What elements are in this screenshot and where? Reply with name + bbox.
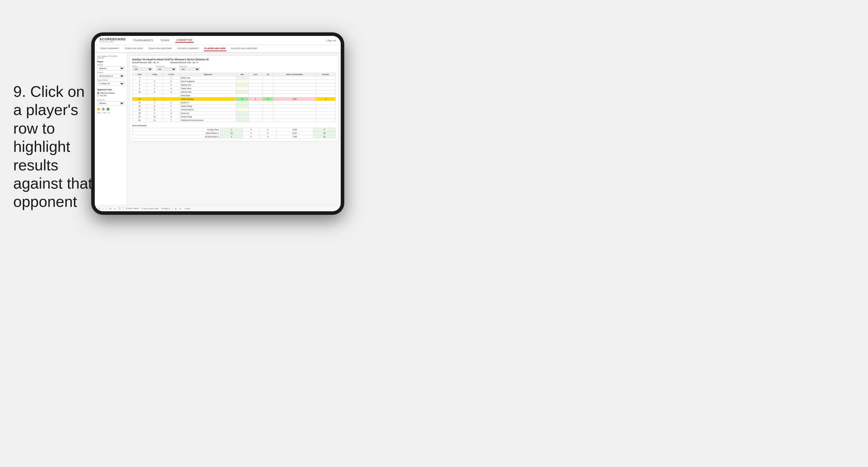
grid-records: Overall Record: 353 - 34 - 6 Division Re… [132, 62, 336, 64]
cell-rounds [316, 101, 336, 104]
zoom-out-btn[interactable]: ⊟ [179, 207, 182, 210]
cell-win [236, 83, 248, 87]
opponent-select[interactable]: (All) [179, 67, 200, 71]
grid-btn[interactable]: ⊞ [109, 207, 112, 210]
cell-diff [273, 83, 316, 87]
cell-loss [248, 112, 262, 115]
cell-conf [162, 97, 180, 101]
out-cell-win: 5 [220, 135, 243, 138]
watch-btn[interactable]: 👁 Watch ▾ [161, 207, 170, 210]
out-cell-rounds: 2 [313, 128, 335, 131]
sub-nav-team-h2h-grid[interactable]: TEAM H2H GRID [124, 46, 144, 51]
cell-loss [248, 94, 262, 97]
cell-opponent: Jessica Mason [180, 108, 236, 112]
nav-committee[interactable]: COMMITTEE [175, 38, 194, 43]
sub-nav-team-summary[interactable]: TEAM SUMMARY [99, 46, 120, 51]
table-row[interactable]: 15 8 5 Stella Chang [132, 104, 336, 108]
up-dot [106, 108, 110, 111]
cell-win [236, 104, 248, 108]
table-row[interactable]: 3 1 Esther Lee [132, 76, 336, 80]
share-btn[interactable]: ↗ Share [183, 207, 191, 210]
radio-label-2: Top 100 [100, 95, 106, 96]
cell-div: 20 [132, 119, 147, 122]
cell-opponent: Andrea York [180, 90, 236, 94]
cell-win: 0 [236, 97, 248, 101]
player-rank-label: Player (Rank) [97, 79, 124, 81]
logo-sub: Powered by clippd [99, 41, 126, 43]
sign-out[interactable]: | Sign out [326, 39, 336, 42]
cell-loss [248, 80, 262, 83]
cell-reg: 1 [147, 97, 163, 101]
cell-div: 19 [132, 115, 147, 119]
zoom-in-btn[interactable]: ⊞ [175, 207, 177, 210]
table-row[interactable]: 16 9 1 Jessica Mason [132, 108, 336, 112]
table-row[interactable]: 5 2 2 Alexis Sudjianto [132, 80, 336, 83]
colour-dots [97, 108, 124, 111]
out-cell-diff: 9.267 [276, 131, 313, 135]
clock-btn[interactable]: ⌚ [118, 207, 121, 210]
save-custom-btn[interactable]: ☑ Save Custom View [141, 207, 159, 210]
cell-conf: 1 [162, 108, 180, 112]
player-rank-select[interactable]: 8. Katelyn Vo [97, 82, 124, 86]
grid-container: Katelyn Vo Head-to-Head Grid for Women's… [129, 55, 338, 141]
undo-btn[interactable]: ↺ [98, 207, 100, 210]
radio-dot-2 [97, 94, 99, 96]
radio-label-1: Opponents Played [100, 92, 115, 94]
conference-select[interactable]: (All) [156, 67, 176, 71]
table-row[interactable]: 14 7 4 Eunice Yi [132, 101, 336, 104]
cell-tie [262, 104, 273, 108]
player-section-title: Player [97, 61, 124, 63]
division-select[interactable]: NCAA Division III [97, 74, 124, 78]
out-cell-diff: 7.400 [276, 135, 313, 138]
table-row[interactable]: 9 1 4 Sharon Mun [132, 87, 336, 90]
cell-diff [273, 101, 316, 104]
cell-win [236, 87, 248, 90]
out-cell-loss: 0 [243, 131, 259, 135]
cell-diff [273, 104, 316, 108]
radio-dot-1 [97, 92, 99, 94]
cell-reg: 6 [147, 90, 163, 94]
opponent-view-title: Opponent view [97, 89, 124, 91]
radio-opponents-played[interactable]: Opponents Played [97, 92, 124, 94]
table-row[interactable]: Heeji Hyun [132, 94, 336, 97]
cell-rounds [316, 80, 336, 83]
table-row[interactable]: 6 1 3 Sydney Kuo [132, 83, 336, 87]
sep2 [173, 207, 173, 210]
filter-conference: Conference (All) [156, 65, 176, 71]
annotation-text: 9. Click on a player's row to highlight … [13, 83, 93, 211]
sub-nav-player-summary[interactable]: PLAYER SUMMARY [177, 46, 200, 51]
radio-top100[interactable]: Top 100 [97, 94, 124, 96]
cell-win [236, 76, 248, 80]
col-reg: # Reg [147, 73, 163, 76]
forward-btn[interactable]: ⟩ [105, 207, 107, 210]
table-row[interactable]: 18 2 2 Euna Lee [132, 112, 336, 115]
cell-rounds [316, 87, 336, 90]
col-win: Win [236, 73, 248, 76]
table-row[interactable]: 10 6 3 Andrea York [132, 90, 336, 94]
col-tie: Tie [262, 73, 273, 76]
colour-by-select[interactable]: Win/loss [97, 101, 124, 105]
cell-opponent: Jessica Huang [180, 97, 236, 101]
out-table-row: NCAA Division 2 5 0 0 7.400 10 [132, 135, 336, 138]
sub-nav-player-h2h-grid[interactable]: PLAYER H2H GRID [204, 46, 226, 51]
tablet-screen: SCOREBOARD Powered by clippd TOURNAMENTS… [95, 36, 341, 211]
table-row[interactable]: 13 1 Jessica Huang 0 1 0 -3.00 2 [132, 97, 336, 101]
nav-tournaments[interactable]: TOURNAMENTS [131, 38, 154, 42]
view-original-btn[interactable]: 👁 View: Original [125, 207, 140, 210]
cell-tie: 0 [262, 97, 273, 101]
cell-reg: 2 [147, 112, 163, 115]
region-select[interactable]: (All) [132, 67, 153, 71]
list-btn[interactable]: ≋ [114, 207, 116, 210]
back-btn[interactable]: ⟨ [102, 207, 104, 210]
gender-select[interactable]: Women's [97, 66, 124, 70]
table-row[interactable]: 19 10 6 Emily Chang [132, 115, 336, 119]
out-of-division-table: Foreign Team 1 0 0 4.500 2 NAIA Division… [132, 128, 336, 138]
nav-teams[interactable]: TEAMS [159, 38, 170, 42]
table-row[interactable]: 20 11 7 Federica Domecq Lacroze [132, 119, 336, 122]
out-cell-win: 15 [220, 131, 243, 135]
cell-opponent: Emily Chang [180, 115, 236, 119]
sub-nav-team-h2h-heatmap[interactable]: TEAM H2H HEATMAP [148, 46, 173, 51]
cell-div: 18 [132, 112, 147, 115]
sub-nav-player-h2h-heatmap[interactable]: PLAYER H2H HEATMAP [230, 46, 258, 51]
out-cell-tie: 0 [259, 131, 276, 135]
